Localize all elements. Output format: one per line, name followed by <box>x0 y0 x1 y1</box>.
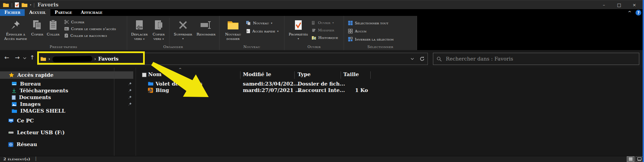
breadcrumb-current-folder[interactable]: Favoris <box>98 56 118 62</box>
tab-affichage[interactable]: Affichage <box>76 9 107 16</box>
sidebar-item-acces-rapide[interactable]: Accès rapide <box>9 72 53 78</box>
history-button[interactable]: Historique <box>312 34 338 41</box>
close-button[interactable]: × <box>627 0 642 9</box>
tab-accueil[interactable]: Accueil <box>25 9 50 16</box>
details-view-icon <box>628 157 633 161</box>
path-icon: W.. <box>64 27 69 31</box>
file-name: Bing <box>156 87 169 93</box>
properties-button[interactable]: Propriétés ▾ <box>286 18 310 41</box>
column-header-modifie-le[interactable]: Modifié le <box>243 71 271 77</box>
file-explorer-window: | ▾ | Favoris – □ × Fichier Accueil Part… <box>0 0 644 162</box>
cut-button[interactable]: Couper <box>64 19 116 25</box>
edit-button[interactable]: Modifier <box>312 27 338 33</box>
open-button[interactable]: Ouvrir ▾ <box>312 20 338 26</box>
pin-icon <box>128 95 132 99</box>
group-label: Presse-papiers <box>0 45 127 49</box>
breadcrumb-separator: › <box>48 56 50 62</box>
picture-icon <box>12 102 17 107</box>
sidebar-item-images-shell[interactable]: IMAGES SHELL <box>12 108 65 114</box>
thumbnail-view-icon <box>637 157 642 161</box>
select-all-icon <box>348 21 353 25</box>
invert-selection-button[interactable]: Inverser la sélection <box>348 36 394 42</box>
delete-button[interactable]: Supprimer ▾ <box>171 18 195 41</box>
copy-to-button[interactable]: Copier vers ▾ <box>150 18 167 41</box>
copy-to-icon <box>154 18 163 32</box>
maximize-button[interactable]: □ <box>612 0 627 9</box>
sidebar-item-reseau[interactable]: Réseau <box>8 141 37 148</box>
search-box <box>433 53 639 65</box>
column-header-nom[interactable]: Nom <box>148 71 162 77</box>
ribbon-group-ouvrir: Propriétés ▾ Ouvrir ▾ Modifier Historiqu… <box>284 16 344 50</box>
sidebar-item-documents[interactable]: Documents <box>12 94 51 101</box>
new-item-button[interactable]: Nouveau ▾ <box>246 20 279 26</box>
sidebar-item-images[interactable]: Images <box>12 101 41 108</box>
column-header-type[interactable]: Type <box>298 71 310 77</box>
ribbon-group-selectionner: Sélectionner tout Aucun Inverser la séle… <box>344 16 417 50</box>
tab-partage[interactable]: Partage <box>50 9 76 16</box>
usb-drive-icon <box>8 131 14 135</box>
computer-icon <box>8 118 14 123</box>
details-view-button[interactable] <box>627 156 635 162</box>
folder-icon[interactable] <box>21 2 28 7</box>
address-dropdown-chevron-icon[interactable] <box>411 58 414 60</box>
pin-icon <box>128 102 132 106</box>
star-icon <box>9 72 14 78</box>
up-button[interactable]: ↑ <box>30 54 34 61</box>
ribbon-group-nouveau: Nouveau dossier Nouveau ▾ Accès rapide ▾… <box>220 16 284 50</box>
column-divider[interactable] <box>341 71 341 79</box>
select-none-button[interactable]: Aucun <box>348 28 394 34</box>
properties-icon[interactable] <box>15 2 19 8</box>
ribbon-group-organiser: Déplacer vers ▾ Copier vers ▾ Supprimer … <box>127 16 220 50</box>
collapse-ribbon-icon[interactable]: ^ <box>628 10 631 15</box>
group-inner-separator <box>169 18 169 47</box>
minimize-button[interactable]: – <box>596 0 612 9</box>
breadcrumb-separator: › <box>94 56 96 62</box>
file-type: Dossier de fich... <box>298 81 345 87</box>
clipboard-icon <box>49 18 58 32</box>
file-size: 1 Ko <box>338 87 368 93</box>
scissors-icon <box>64 20 69 24</box>
address-bar[interactable]: › › Favoris <box>37 53 428 65</box>
quick-access-menu-button[interactable]: Accès rapide ▾ <box>246 28 279 34</box>
recent-locations-chevron-icon[interactable] <box>23 57 26 59</box>
sidebar-item-lecteur-usb[interactable]: Lecteur USB (F:) <box>8 129 65 136</box>
quick-access-doc-icon <box>246 29 250 33</box>
copy-button[interactable]: Copier <box>29 18 45 37</box>
refresh-icon[interactable] <box>419 56 425 62</box>
sidebar-item-ce-pc[interactable]: Ce PC <box>8 117 34 124</box>
qat-dropdown-caret-icon[interactable]: ▾ <box>30 3 31 6</box>
column-divider[interactable] <box>370 71 371 79</box>
invert-selection-icon <box>348 37 353 42</box>
back-button[interactable]: ← <box>4 54 9 61</box>
thumbnail-view-button[interactable] <box>636 156 643 162</box>
column-header-taille[interactable]: Taille <box>343 71 359 77</box>
forward-button[interactable]: → <box>15 54 20 61</box>
sidebar-item-telechargements[interactable]: Téléchargements <box>12 87 68 94</box>
search-input[interactable] <box>445 55 636 62</box>
file-modified: mardi:27/07/2021 ... <box>243 87 301 93</box>
select-all-button[interactable]: Sélectionner tout <box>348 20 394 26</box>
new-folder-button[interactable]: Nouveau dossier <box>222 18 244 41</box>
column-divider[interactable] <box>294 71 295 79</box>
sidebar-scrollbar[interactable] <box>114 68 114 156</box>
folder-icon <box>12 109 17 113</box>
column-divider[interactable] <box>240 71 240 79</box>
redacted-path-segment <box>52 55 92 62</box>
copy-path-button[interactable]: W.. Copier le chemin d'accès <box>64 26 116 32</box>
move-to-button[interactable]: Déplacer vers ▾ <box>129 18 150 41</box>
network-icon <box>8 142 14 147</box>
paste-button[interactable]: Coller <box>45 18 61 37</box>
pin-to-quick-access-button[interactable]: Épingler à Accès rapide <box>2 18 29 41</box>
pane-divider[interactable] <box>136 68 136 156</box>
window-title: Favoris <box>38 2 59 8</box>
sidebar-item-bureau[interactable]: Bureau <box>12 80 41 87</box>
help-button[interactable]: ? <box>636 10 641 16</box>
select-none-icon <box>348 29 353 33</box>
copy-icon <box>32 18 42 32</box>
select-all-checkbox[interactable] <box>142 73 146 77</box>
rename-button[interactable]: Renommer <box>195 18 217 37</box>
folder-icon <box>40 56 46 61</box>
tab-fichier[interactable]: Fichier <box>0 9 25 16</box>
paste-shortcut-button[interactable]: Coller le raccourci <box>64 32 116 39</box>
sort-ascending-icon: ^ <box>179 67 182 72</box>
